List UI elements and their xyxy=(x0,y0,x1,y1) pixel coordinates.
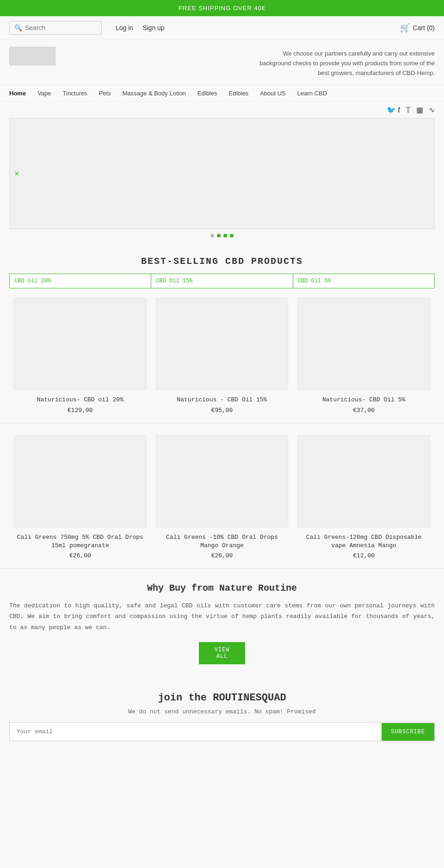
product-name-3: Naturicious- CBD Oil 5% xyxy=(297,396,430,404)
nav-item-home[interactable]: Home xyxy=(9,90,26,97)
email-input[interactable] xyxy=(10,723,382,741)
cart-label: Cart (0) xyxy=(413,24,435,31)
product-price-3: €37,00 xyxy=(297,407,430,414)
product-card-3[interactable]: Naturicious- CBD Oil 5% €37,00 xyxy=(293,293,435,418)
instagram-icon[interactable]: ▦ xyxy=(416,106,423,114)
banner-text: FREE SHIPPING OVER 40€ xyxy=(179,5,265,12)
newsletter-subtitle: We do not send unnecessary emails. No sp… xyxy=(9,708,435,715)
newsletter-title: join the ROUTINESQUAD xyxy=(9,692,435,704)
product-price-4: €26,00 xyxy=(14,552,147,559)
product-price-6: €12,00 xyxy=(297,552,430,559)
cart-icon: 🛒 xyxy=(400,23,410,33)
twitter-icon[interactable]: 𝕋 xyxy=(406,106,411,114)
product-grid-row1: Naturicious- CBD oil 20% €129,00 Naturic… xyxy=(0,293,444,418)
tab-cbd-5[interactable]: CBD Oil 5% xyxy=(293,274,435,288)
product-tabs: CBD oil 20% CBD Oil 15% CBD Oil 5% xyxy=(9,274,435,288)
product-name-4: Cali Greens 750mg 5% CBD Oral Drops 15ml… xyxy=(14,533,147,550)
product-card-4[interactable]: Cali Greens 750mg 5% CBD Oral Drops 15ml… xyxy=(9,431,151,564)
search-icon: 🔍 xyxy=(14,24,22,31)
social-bar: 🐦 f 𝕋 ▦ ∿ xyxy=(0,102,444,118)
nav-item-vape[interactable]: Vape xyxy=(37,90,51,97)
main-nav: Home Vape Tinctures Pets Massage & Body … xyxy=(0,85,444,102)
best-selling-title: BEST-SELLING CBD PRODUCTS xyxy=(0,242,444,274)
product-name-2: Naturicious - CBD Oil 15% xyxy=(156,396,289,404)
product-name-1: Naturicious- CBD oil 20% xyxy=(14,396,147,404)
logo-section: We choose our partners carefully and car… xyxy=(0,40,444,85)
dot-2[interactable] xyxy=(217,234,221,237)
product-card-1[interactable]: Naturicious- CBD oil 20% €129,00 xyxy=(9,293,151,418)
rss-icon[interactable]: ∿ xyxy=(429,106,435,114)
product-card-2[interactable]: Naturicious - CBD Oil 15% €95,00 xyxy=(151,293,293,418)
dot-4[interactable] xyxy=(230,234,234,237)
nav-item-massage[interactable]: Massage & Body Lotion xyxy=(123,90,186,97)
nav-item-about[interactable]: About US xyxy=(260,90,286,97)
hero-slider: × xyxy=(9,118,435,229)
why-title: Why Buy from Nature Routine xyxy=(9,583,435,593)
dot-3[interactable] xyxy=(223,234,227,237)
newsletter-form: SUBSCRIBE xyxy=(9,722,435,741)
header-links: Log in Sign up xyxy=(116,24,165,31)
product-image-1 xyxy=(14,298,147,390)
nav-item-pets[interactable]: Pets xyxy=(99,90,111,97)
product-price-1: €129,00 xyxy=(14,407,147,414)
product-card-6[interactable]: Cali Greens-120mg CBD Disposable vape Am… xyxy=(293,431,435,564)
nav-item-edibles2[interactable]: Edibles xyxy=(228,90,248,97)
tab-cbd-20[interactable]: CBD oil 20% xyxy=(9,274,151,288)
product-image-3 xyxy=(297,298,430,390)
product-image-4 xyxy=(14,435,147,528)
product-name-6: Cali Greens-120mg CBD Disposable vape Am… xyxy=(297,533,430,550)
log-in-link[interactable]: Log in xyxy=(116,24,133,31)
tab-cbd-15[interactable]: CBD Oil 15% xyxy=(151,274,293,288)
nav-item-tinctures[interactable]: Tinctures xyxy=(63,90,87,97)
product-image-5 xyxy=(156,435,289,528)
cart-area[interactable]: 🛒 Cart (0) xyxy=(400,23,435,33)
slider-dots xyxy=(0,229,444,242)
tagline-text: We choose our partners carefully and car… xyxy=(250,47,435,78)
top-banner: FREE SHIPPING OVER 40€ xyxy=(0,0,444,16)
subscribe-button[interactable]: SUBSCRIBE xyxy=(382,723,434,741)
facebook-icon[interactable]: 🐦 f xyxy=(387,106,400,114)
sign-up-link[interactable]: Sign up xyxy=(142,24,164,31)
product-image-2 xyxy=(156,298,289,390)
search-area[interactable]: 🔍 xyxy=(9,21,102,35)
product-price-5: €26,00 xyxy=(156,552,289,559)
why-text: The dedication to high quality, safe and… xyxy=(9,600,435,633)
dot-1[interactable] xyxy=(210,234,214,237)
product-grid-row2: Cali Greens 750mg 5% CBD Oral Drops 15ml… xyxy=(0,423,444,564)
view-all-button[interactable]: VIEW ALL xyxy=(199,642,245,664)
product-image-6 xyxy=(297,435,430,528)
nav-item-learn[interactable]: Learn CBD xyxy=(297,90,327,97)
slider-arrow-left[interactable]: × xyxy=(14,169,19,179)
product-card-5[interactable]: Cali Greens -10% CBD Oral Drops Mango Or… xyxy=(151,431,293,564)
search-input[interactable] xyxy=(25,24,94,31)
nav-item-edibles1[interactable]: Edibles xyxy=(197,90,217,97)
newsletter-section: join the ROUTINESQUAD We do not send unn… xyxy=(0,683,444,750)
why-section: Why Buy from Nature Routine The dedicati… xyxy=(0,568,444,683)
product-name-5: Cali Greens -10% CBD Oral Drops Mango Or… xyxy=(156,533,289,550)
logo xyxy=(9,47,56,65)
header: 🔍 Log in Sign up 🛒 Cart (0) xyxy=(0,16,444,40)
product-price-2: €95,00 xyxy=(156,407,289,414)
